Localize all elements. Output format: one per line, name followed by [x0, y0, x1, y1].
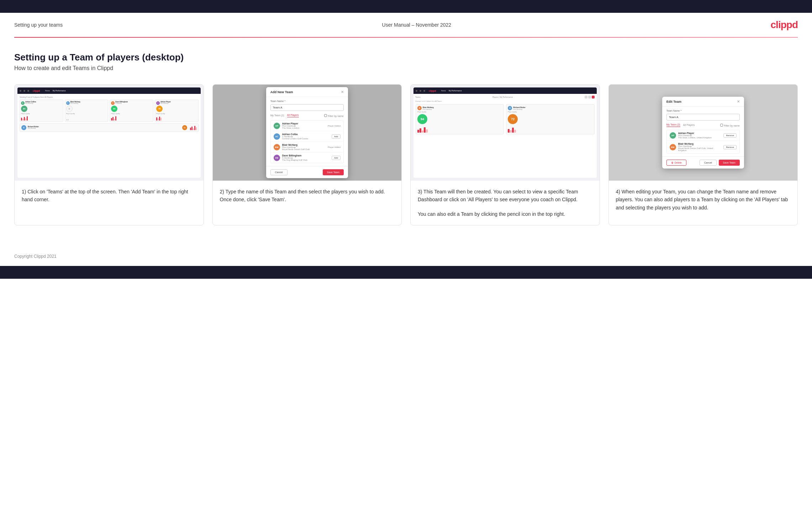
player-info-2: Adrian Colba 1 Handicap Central London G… [282, 133, 329, 140]
sc1-bar [22, 119, 23, 121]
edit-player-1: AP Adrian Player Plus Handicap The Stow,… [667, 130, 739, 141]
dialog-footer: Cancel Save Team [266, 166, 348, 178]
team-name-input[interactable] [270, 104, 344, 111]
edit-player-2: BM Blair McHarg Plus Handicap Royal Nort… [667, 141, 739, 153]
sc1-dot [20, 90, 21, 92]
edit-avatar-1: AP [670, 132, 676, 139]
sc1-bar [158, 118, 159, 121]
sc1-pl-sub: Plus Handicap [28, 128, 39, 129]
sc3-score-2: 72 [508, 114, 518, 124]
edit-tab-all-players[interactable]: All Players [683, 124, 695, 127]
player-info-3: Blair McHarg Plus Handicap Royal North D… [282, 144, 326, 150]
sc3-bars-2 [508, 126, 592, 133]
card-4-text: 4) When editing your Team, you can chang… [609, 181, 798, 225]
sc1-p4-label: Player Quality [156, 113, 197, 114]
sc1-bar [191, 127, 193, 130]
edit-filter-checkbox[interactable] [720, 124, 723, 127]
sc3-score-1: 94 [417, 114, 427, 124]
sc1-bar [159, 117, 160, 121]
sc1-bar [66, 119, 67, 121]
sc3-panel-2: R Richard Butler Plus Handicap Player Qu… [506, 104, 594, 134]
player-name-4: Dave Billingham [282, 154, 329, 157]
sc1-p2-sub: Plus Handicap [70, 103, 80, 104]
sc1-bars-4 [156, 116, 197, 121]
sc3-p1-header: B Blair McHarg Plus Handicap [417, 106, 502, 110]
filter-label: Filter by name [324, 114, 343, 117]
card-4-description: 4) When editing your Team, you can chang… [616, 188, 791, 212]
sc1-p1-label: Player Quality [21, 113, 62, 114]
edit-player-list: AP Adrian Player Plus Handicap The Stow,… [666, 130, 740, 154]
player-3-status: Player Added [328, 146, 341, 148]
edit-team-dialog: Edit Team ✕ Team Name * My Team (2) All … [662, 97, 744, 169]
sc3-p1-quality: Player Quality [417, 111, 502, 113]
sc3-av2: R [508, 106, 512, 110]
sc1-bar [68, 119, 69, 121]
card-1-screenshot: clippd Home My Performance Viewing 4 out… [15, 85, 204, 181]
dialog-player-1: AP Adrian Player Plus Handicap The Stow,… [271, 121, 343, 131]
add-team-dialog: Add New Team ✕ Team Name * My Team (2) A… [266, 87, 348, 178]
edit-tab-my-team[interactable]: My Team (2) [666, 123, 680, 127]
remove-player-1-button[interactable]: Remove [723, 133, 736, 138]
sc3-p2-name: Richard Butler [513, 106, 525, 108]
remove-player-2-button[interactable]: Remove [723, 145, 736, 149]
edit-dialog-body: Team Name * My Team (2) All Players Filt… [662, 107, 744, 156]
sc1-player-4: A Adrian Player Plus Handicap 78 Player … [155, 100, 199, 122]
cancel-button[interactable]: Cancel [270, 169, 288, 175]
edit-filter: Filter by name [720, 124, 739, 127]
edit-save-team-button[interactable]: Save Team [719, 160, 740, 166]
tab-my-team[interactable]: My Team (2) [270, 114, 284, 117]
delete-button[interactable]: 🗑 Delete [666, 160, 686, 166]
sc3-bar [420, 128, 421, 133]
player-2-add[interactable]: Add [332, 134, 341, 139]
edit-team-name-input[interactable] [666, 114, 740, 121]
player-sub-3b: Royal North Devon Golf Club [282, 148, 326, 150]
sc1-p1-sub: Plus Handicap [25, 103, 36, 104]
sc3-icons [585, 96, 595, 98]
player-4-add[interactable]: Add [332, 156, 341, 160]
sc3-icon1 [585, 96, 587, 98]
sc1-nav-teams: My Performance [53, 90, 66, 92]
edit-footer-right: Cancel Save Team [700, 160, 740, 166]
card-2: Add New Team ✕ Team Name * My Team (2) A… [212, 84, 402, 225]
filter-checkbox[interactable] [324, 114, 327, 117]
sc1-p4-sub: Plus Handicap [160, 103, 171, 104]
sc1-bar [160, 118, 162, 121]
page-subtitle: How to create and edit Teams in Clippd [14, 65, 798, 71]
sc1-bar [196, 127, 197, 130]
sc3-teams-label: Teams [415, 96, 421, 98]
sc3-dot2 [420, 90, 421, 92]
sc1-player-large: R Richard Butler Plus Handicap 72 [20, 123, 199, 132]
sc1-bar [156, 117, 157, 121]
dialog-close-icon[interactable]: ✕ [341, 90, 344, 94]
sc1-bar [24, 117, 25, 121]
sc3-tabs: Players | My Performance [492, 96, 513, 98]
sc1-score-large: 72 [182, 125, 187, 130]
edit-dialog-footer: 🗑 Delete Cancel Save Team [662, 156, 744, 169]
sc1-dot3 [27, 90, 29, 92]
save-team-button[interactable]: Save Team [323, 169, 344, 175]
player-avatar-1: AP [274, 123, 280, 129]
sc1-avatar-3: D [111, 101, 115, 105]
player-name-3: Blair McHarg [282, 144, 326, 146]
sc1-p2-label: Player Quality [66, 113, 107, 114]
sc3-bar [510, 130, 512, 133]
footer: Copyright Clippd 2021 [0, 247, 812, 266]
card-2-screenshot: Add New Team ✕ Team Name * My Team (2) A… [213, 85, 402, 181]
card-1-description: 1) Click on 'Teams' at the top of the sc… [22, 188, 196, 204]
sc1-bar [115, 116, 116, 121]
sc3-panel-1: B Blair McHarg Plus Handicap Player Qual… [416, 104, 504, 134]
screenshot-3-inner: clippd Home My Performance Teams Players… [413, 87, 597, 178]
sc3-p2-header: R Richard Butler Plus Handicap [508, 106, 592, 110]
sc3-content: B Blair McHarg Plus Handicap Player Qual… [413, 102, 597, 137]
sc3-av1: B [417, 106, 422, 110]
edit-cancel-button[interactable]: Cancel [700, 160, 717, 166]
team-name-label: Team Name * [270, 100, 344, 102]
sc1-score-3: 94 [111, 106, 117, 112]
sc3-bar [422, 130, 423, 133]
bottom-bar [0, 266, 812, 279]
card-3-text: 3) This Team will then be created. You c… [411, 181, 600, 225]
sc1-bar [194, 126, 195, 130]
edit-close-icon[interactable]: ✕ [737, 100, 740, 103]
tab-all-players[interactable]: All Players [287, 114, 299, 117]
player-1-status: Player Added [328, 125, 341, 127]
